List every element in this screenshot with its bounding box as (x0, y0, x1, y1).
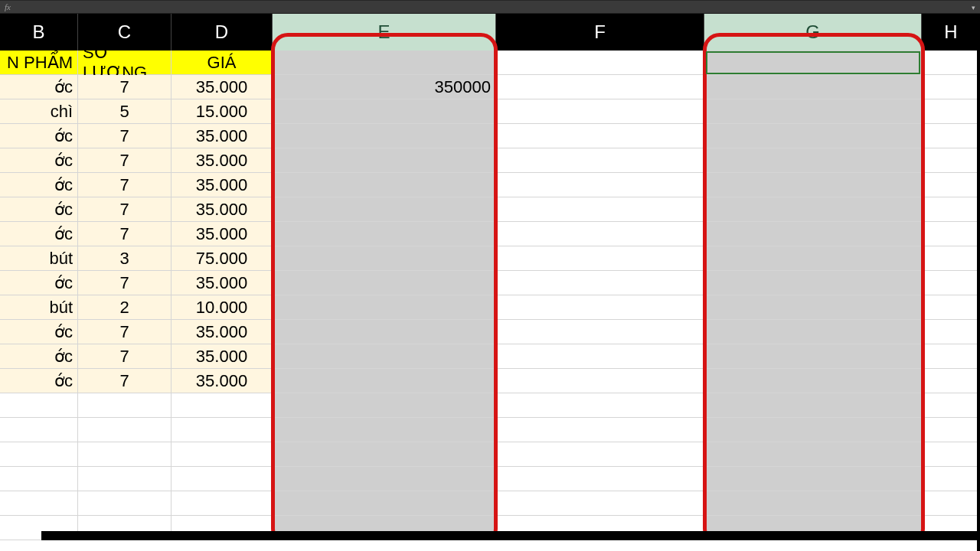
cell-B[interactable]: ớc (0, 197, 78, 222)
cell-C[interactable]: 7 (78, 320, 172, 344)
cell-B[interactable]: ớc (0, 222, 78, 246)
cell-B[interactable]: ớc (0, 271, 78, 295)
cell-C[interactable] (78, 393, 172, 418)
cell-C[interactable]: 5 (78, 99, 172, 124)
cell-F[interactable] (496, 344, 704, 369)
cell-E[interactable] (273, 344, 496, 369)
cell-G[interactable] (704, 491, 922, 516)
cell-H[interactable] (922, 99, 980, 124)
cell-D[interactable]: 35.000 (172, 369, 273, 393)
cell-F[interactable] (496, 99, 704, 124)
cell-F[interactable] (496, 393, 704, 418)
header-C[interactable]: SỐ LƯỢNG (78, 51, 172, 75)
cell-C[interactable]: 7 (78, 344, 172, 369)
cell-G[interactable] (704, 369, 922, 393)
cell-E[interactable] (273, 148, 496, 173)
col-header-B[interactable]: B (0, 14, 78, 51)
cell-G[interactable] (704, 148, 922, 173)
cell-G[interactable] (704, 271, 922, 295)
cell-H[interactable] (922, 222, 980, 246)
cell-G-header[interactable] (704, 51, 922, 75)
cell-F[interactable] (496, 222, 704, 246)
cell-F[interactable] (496, 467, 704, 491)
cell-H[interactable] (922, 271, 980, 295)
cell-B[interactable]: chì (0, 99, 78, 124)
cell-H[interactable] (922, 344, 980, 369)
cell-D[interactable]: 15.000 (172, 99, 273, 124)
cell-F[interactable] (496, 197, 704, 222)
cell-H[interactable] (922, 295, 980, 320)
cell-B[interactable]: ớc (0, 148, 78, 173)
cell-G[interactable] (704, 320, 922, 344)
cell-H[interactable] (922, 148, 980, 173)
cell-B[interactable] (0, 418, 78, 442)
cell-C[interactable]: 7 (78, 222, 172, 246)
right-scroll-edge[interactable] (977, 14, 980, 551)
cell-B[interactable]: bút (0, 295, 78, 320)
cell-D[interactable]: 10.000 (172, 295, 273, 320)
cell-B[interactable]: ớc (0, 173, 78, 197)
cell-C[interactable]: 7 (78, 173, 172, 197)
cell-B[interactable]: ớc (0, 344, 78, 369)
cell-E[interactable] (273, 442, 496, 467)
cell-E[interactable] (273, 246, 496, 271)
col-header-H[interactable]: H (922, 14, 980, 51)
cell-G[interactable] (704, 246, 922, 271)
cell-B[interactable] (0, 442, 78, 467)
cell-C[interactable]: 7 (78, 124, 172, 148)
cell-D[interactable]: 35.000 (172, 197, 273, 222)
cell-F[interactable] (496, 442, 704, 467)
cell-B[interactable]: ớc (0, 320, 78, 344)
cell-G[interactable] (704, 124, 922, 148)
spreadsheet-grid[interactable]: B C D E F G H N PHẨM SỐ LƯỢNG GIÁ ớc735.… (0, 14, 980, 540)
cell-C[interactable]: 7 (78, 271, 172, 295)
cell-D[interactable]: 35.000 (172, 173, 273, 197)
cell-E[interactable] (273, 197, 496, 222)
cell-H[interactable] (922, 173, 980, 197)
cell-E[interactable]: 350000 (273, 75, 496, 99)
cell-C[interactable] (78, 418, 172, 442)
cell-H[interactable] (922, 75, 980, 99)
cell-G[interactable] (704, 418, 922, 442)
cell-G[interactable] (704, 442, 922, 467)
cell-E[interactable] (273, 271, 496, 295)
cell-D[interactable] (172, 491, 273, 516)
cell-H[interactable] (922, 369, 980, 393)
cell-F[interactable] (496, 295, 704, 320)
cell-G[interactable] (704, 197, 922, 222)
formula-bar[interactable]: fx ▾ (0, 0, 980, 14)
cell-E[interactable] (273, 124, 496, 148)
cell-G[interactable] (704, 295, 922, 320)
cell-H[interactable] (922, 320, 980, 344)
cell-E[interactable] (273, 173, 496, 197)
col-header-F[interactable]: F (496, 14, 704, 51)
cell-D[interactable] (172, 418, 273, 442)
cell-E-header[interactable] (273, 51, 496, 75)
cell-F[interactable] (496, 369, 704, 393)
cell-C[interactable]: 7 (78, 75, 172, 99)
cell-D[interactable]: 35.000 (172, 222, 273, 246)
cell-D[interactable]: 35.000 (172, 124, 273, 148)
col-header-G[interactable]: G (704, 14, 922, 51)
cell-C[interactable] (78, 491, 172, 516)
cell-B[interactable]: ớc (0, 124, 78, 148)
col-header-E[interactable]: E (273, 14, 496, 51)
cell-F[interactable] (496, 124, 704, 148)
cell-D[interactable]: 35.000 (172, 271, 273, 295)
cell-C[interactable]: 7 (78, 148, 172, 173)
cell-D[interactable]: 35.000 (172, 75, 273, 99)
cell-C[interactable]: 3 (78, 246, 172, 271)
cell-E[interactable] (273, 467, 496, 491)
cell-H[interactable] (922, 491, 980, 516)
cell-C[interactable]: 2 (78, 295, 172, 320)
cell-F[interactable] (496, 173, 704, 197)
cell-E[interactable] (273, 295, 496, 320)
cell-F[interactable] (496, 491, 704, 516)
cell-G[interactable] (704, 467, 922, 491)
cell-D[interactable]: 75.000 (172, 246, 273, 271)
cell-F[interactable] (496, 418, 704, 442)
cell-H[interactable] (922, 246, 980, 271)
cell-C[interactable] (78, 467, 172, 491)
cell-G[interactable] (704, 173, 922, 197)
cell-E[interactable] (273, 222, 496, 246)
